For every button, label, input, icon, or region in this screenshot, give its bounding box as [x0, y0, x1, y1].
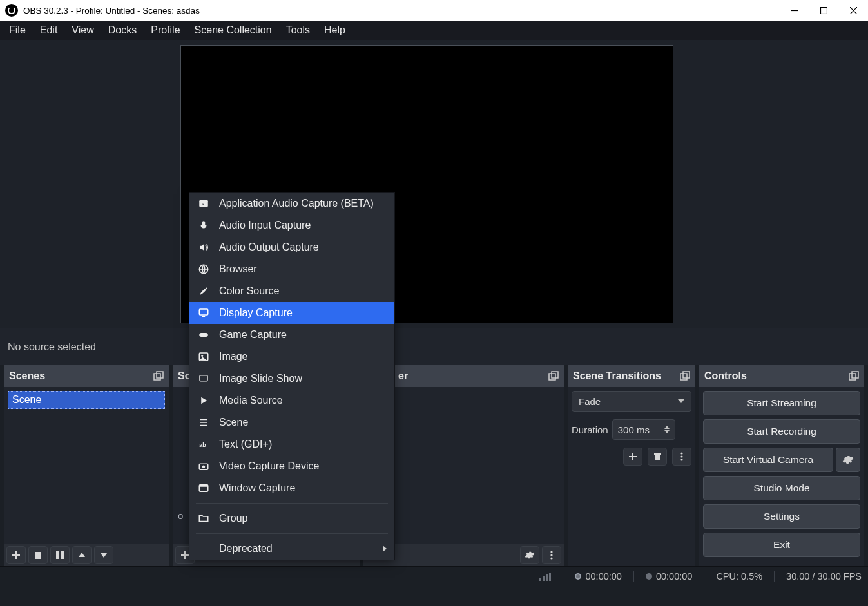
transition-duration-value: 300 ms: [618, 424, 650, 435]
menu-help[interactable]: Help: [318, 22, 352, 39]
transitions-header: Scene Transitions: [568, 365, 695, 387]
scene-down-button[interactable]: [94, 546, 113, 564]
ctx-label: Window Capture: [219, 482, 295, 494]
scene-delete-button[interactable]: [28, 546, 48, 564]
svg-rect-25: [655, 455, 660, 460]
ctx-media-source[interactable]: Media Source: [189, 390, 394, 412]
ctx-browser[interactable]: Browser: [189, 258, 394, 280]
svg-point-28: [680, 455, 682, 457]
svg-rect-21: [680, 374, 687, 380]
svg-rect-4: [154, 374, 160, 380]
menu-file[interactable]: File: [3, 22, 32, 39]
ctx-image-slideshow[interactable]: Image Slide Show: [189, 368, 394, 390]
svg-marker-12: [79, 553, 85, 557]
transitions-title: Scene Transitions: [573, 370, 661, 382]
studio-mode-button[interactable]: Studio Mode: [703, 476, 860, 500]
start-recording-button[interactable]: Start Recording: [703, 419, 860, 444]
scenes-footer: [4, 544, 169, 566]
ctx-video-capture-device[interactable]: Video Capture Device: [189, 455, 394, 477]
ctx-label: Game Capture: [219, 329, 287, 341]
svg-rect-15: [181, 554, 189, 556]
ctx-group[interactable]: Group: [189, 507, 394, 529]
svg-point-29: [680, 459, 682, 460]
svg-point-18: [550, 551, 552, 553]
menu-view[interactable]: View: [65, 22, 100, 39]
ctx-audio-output-capture[interactable]: Audio Output Capture: [189, 236, 394, 258]
svg-rect-31: [852, 372, 858, 378]
stream-time-value: 00:00:00: [585, 571, 621, 582]
ctx-separator: [196, 533, 388, 534]
start-virtual-camera-button[interactable]: Start Virtual Camera: [703, 448, 833, 472]
ctx-game-capture[interactable]: Game Capture: [189, 324, 394, 346]
record-dot-icon: [646, 573, 652, 580]
virtual-camera-settings-button[interactable]: [836, 448, 860, 472]
stream-dot-icon: [575, 573, 581, 580]
menubar: File Edit View Docks Profile Scene Colle…: [0, 21, 868, 40]
audio-mixer-title-tail: er: [398, 370, 408, 382]
window-maximize-button[interactable]: [809, 0, 838, 21]
svg-point-19: [550, 554, 552, 556]
scenes-list[interactable]: Scene: [4, 387, 169, 544]
svg-rect-35: [199, 309, 208, 315]
ctx-text-gdi[interactable]: ab Text (GDI+): [189, 433, 394, 455]
ctx-scene[interactable]: Scene: [189, 412, 394, 433]
transition-select[interactable]: Fade: [572, 391, 691, 412]
controls-body: Start Streaming Start Recording Start Vi…: [699, 387, 864, 566]
transition-duration-input[interactable]: 300 ms: [612, 419, 675, 440]
menu-docks[interactable]: Docks: [102, 22, 143, 39]
mixer-more-button[interactable]: [542, 546, 561, 564]
transitions-body: Fade Duration 300 ms: [568, 387, 695, 566]
popout-icon[interactable]: [548, 371, 559, 381]
menu-scene-collection[interactable]: Scene Collection: [188, 22, 278, 39]
scene-filter-button[interactable]: [50, 546, 70, 564]
transition-delete-button[interactable]: [648, 448, 667, 466]
window-close-button[interactable]: [838, 0, 868, 21]
svg-rect-1: [820, 7, 827, 14]
ctx-label: Image Slide Show: [219, 373, 302, 384]
window-icon: [197, 482, 210, 494]
fps-status: 30.00 / 30.00 FPS: [786, 571, 862, 582]
scene-item[interactable]: Scene: [8, 391, 165, 409]
scene-add-button[interactable]: [6, 546, 26, 564]
text-icon: ab: [197, 439, 210, 450]
menu-tools[interactable]: Tools: [280, 22, 316, 39]
ctx-label: Deprecated: [219, 543, 273, 554]
popout-icon[interactable]: [153, 371, 164, 381]
window-minimize-button[interactable]: [779, 0, 809, 21]
svg-rect-16: [549, 374, 555, 380]
brush-icon: [197, 285, 210, 297]
ctx-image[interactable]: Image: [189, 346, 394, 368]
camera-icon: [197, 460, 210, 472]
scene-up-button[interactable]: [72, 546, 92, 564]
ctx-display-capture[interactable]: Display Capture: [189, 302, 394, 324]
ctx-color-source[interactable]: Color Source: [189, 280, 394, 302]
no-source-label: No source selected: [8, 341, 96, 353]
scenes-dock-title: Scenes: [9, 370, 45, 382]
mic-icon: [197, 220, 210, 231]
scenes-dock: Scenes Scene: [4, 365, 169, 566]
start-streaming-button[interactable]: Start Streaming: [703, 391, 860, 415]
monitor-icon: [197, 307, 210, 319]
ctx-window-capture[interactable]: Window Capture: [189, 477, 394, 499]
svg-point-20: [550, 557, 552, 559]
ctx-label: Text (GDI+): [219, 439, 272, 450]
ctx-audio-input-capture[interactable]: Audio Input Capture: [189, 214, 394, 236]
list-icon: [197, 417, 210, 428]
svg-rect-17: [552, 372, 558, 378]
ctx-deprecated[interactable]: Deprecated: [189, 538, 394, 560]
ctx-app-audio-capture[interactable]: Application Audio Capture (BETA): [189, 193, 394, 214]
settings-button[interactable]: Settings: [703, 504, 860, 529]
exit-button[interactable]: Exit: [703, 533, 860, 557]
record-time-value: 00:00:00: [656, 571, 692, 582]
spinner-icon: [664, 426, 670, 433]
mixer-gear-button[interactable]: [520, 546, 539, 564]
menu-profile[interactable]: Profile: [144, 22, 186, 39]
menu-edit[interactable]: Edit: [34, 22, 64, 39]
ctx-label: Browser: [219, 263, 257, 275]
popout-icon[interactable]: [680, 371, 690, 381]
svg-rect-5: [157, 372, 163, 378]
transition-more-button[interactable]: [672, 448, 691, 466]
popout-icon[interactable]: [849, 371, 859, 381]
transition-add-button[interactable]: [623, 448, 642, 466]
svg-rect-40: [200, 375, 207, 381]
